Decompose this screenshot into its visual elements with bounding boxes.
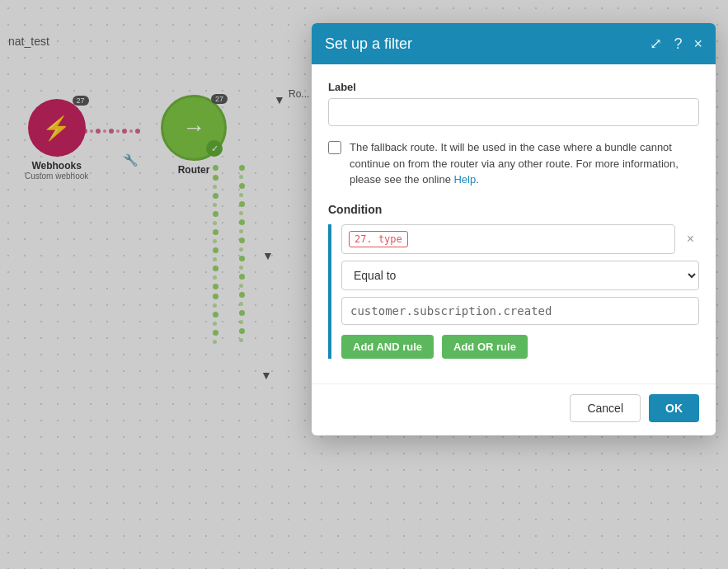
condition-block: 27. type × Equal to Not equal to Contain… <box>328 224 699 359</box>
dialog-title: Set up a filter <box>325 35 412 53</box>
condition-label: Condition <box>328 203 699 216</box>
dialog-header-icons: ⤢ ? × <box>650 35 702 53</box>
dialog-body: Label The fallback route. It will be use… <box>312 64 716 377</box>
close-icon[interactable]: × <box>693 35 702 53</box>
help-link[interactable]: Help <box>453 173 476 186</box>
condition-value-input[interactable] <box>341 297 699 325</box>
fallback-checkbox[interactable] <box>328 141 341 154</box>
fallback-text: The fallback route. It will be used in t… <box>350 139 699 188</box>
condition-row-1: 27. type × <box>341 224 699 254</box>
cancel-button[interactable]: Cancel <box>570 394 641 422</box>
filter-dialog: Set up a filter ⤢ ? × Label The fallback… <box>312 23 716 435</box>
label-field-label: Label <box>328 81 699 93</box>
ok-button[interactable]: OK <box>649 394 699 422</box>
dialog-header: Set up a filter ⤢ ? × <box>312 23 716 64</box>
help-icon[interactable]: ? <box>674 35 682 53</box>
label-input[interactable] <box>328 98 699 126</box>
condition-tag: 27. type <box>349 231 408 247</box>
dialog-footer: Cancel OK <box>312 383 716 435</box>
condition-tag-input[interactable]: 27. type <box>341 224 675 254</box>
condition-operator-select[interactable]: Equal to Not equal to Contains Does not … <box>341 261 699 290</box>
expand-icon[interactable]: ⤢ <box>650 35 662 53</box>
add-or-rule-button[interactable]: Add OR rule <box>442 335 528 359</box>
rule-buttons: Add AND rule Add OR rule <box>341 335 699 359</box>
add-and-rule-button[interactable]: Add AND rule <box>341 335 434 359</box>
fallback-area: The fallback route. It will be used in t… <box>328 139 699 188</box>
label-form-group: Label <box>328 81 699 126</box>
condition-delete-button[interactable]: × <box>682 230 699 248</box>
